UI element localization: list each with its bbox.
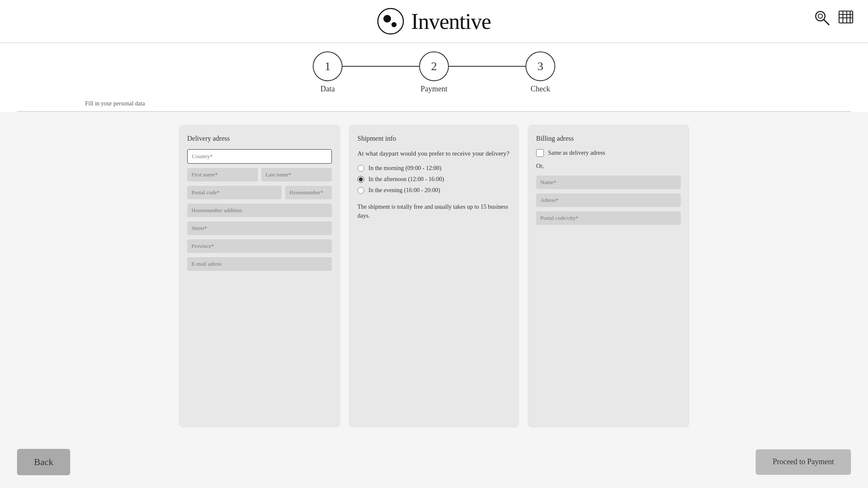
steps-container: 1 Data 2 Payment 3 Check	[0, 51, 868, 98]
steps-section: 1 Data 2 Payment 3 Check Fill in your pe…	[0, 43, 868, 112]
province-input[interactable]	[187, 239, 332, 253]
svg-point-1	[383, 15, 391, 23]
shipment-card: Shipment info At what daypart would you …	[349, 125, 519, 428]
billing-postalcity-input[interactable]	[536, 211, 681, 225]
step-subtitle: Fill in your personal data	[85, 98, 868, 111]
steps-divider	[17, 111, 851, 112]
step-3: 3 Check	[525, 51, 555, 94]
shipment-card-title: Shipment info	[357, 135, 511, 142]
radio-afternoon-label: In the afternoon (12:00 - 16:00)	[368, 176, 444, 183]
same-as-delivery-row: Same as delivery adress	[536, 149, 681, 157]
step-1-label: Data	[320, 85, 335, 94]
same-as-delivery-checkbox[interactable]	[536, 149, 544, 157]
shipment-note: The shipment is totally free and usually…	[357, 202, 511, 220]
radio-morning[interactable]: In the morning (09:00 - 12:00)	[357, 165, 511, 172]
radio-morning-label: In the morning (09:00 - 12:00)	[368, 165, 441, 172]
step-2-circle: 2	[419, 51, 449, 81]
radio-afternoon[interactable]: In the afternoon (12:00 - 16:00)	[357, 176, 511, 183]
or-text: Or,	[536, 163, 681, 170]
billing-name-input[interactable]	[536, 176, 681, 189]
radio-evening-input[interactable]	[357, 187, 364, 194]
country-input[interactable]	[187, 149, 332, 164]
delivery-card: Delivery adress	[179, 125, 340, 428]
postal-row	[187, 186, 332, 204]
shipment-question: At what daypart would you prefer to rece…	[357, 149, 511, 158]
step-1-circle: 1	[313, 51, 343, 81]
svg-point-5	[818, 14, 822, 18]
step-connector-2	[449, 66, 525, 67]
search-icon[interactable]	[813, 9, 831, 27]
svg-point-0	[378, 9, 403, 34]
street-input[interactable]	[187, 221, 332, 235]
logo-container: Inventive	[377, 8, 491, 35]
email-input[interactable]	[187, 257, 332, 271]
billing-card-title: Billing adress	[536, 135, 681, 142]
delivery-card-title: Delivery adress	[187, 135, 332, 142]
main-content: Delivery adress Shipment info At what da…	[0, 112, 868, 440]
logo-icon	[377, 8, 404, 35]
step-1: 1 Data	[313, 51, 343, 94]
housenumber-input[interactable]	[285, 186, 332, 199]
step-3-label: Check	[531, 85, 550, 94]
step-connector-1	[343, 66, 419, 67]
header: Inventive	[0, 0, 868, 43]
housenumber-addition-input[interactable]	[187, 204, 332, 217]
postalcode-input[interactable]	[187, 186, 282, 199]
svg-line-4	[824, 20, 829, 25]
svg-point-2	[391, 22, 397, 27]
same-as-delivery-label: Same as delivery adress	[548, 150, 605, 156]
proceed-button[interactable]: Proceed to Payment	[756, 449, 851, 474]
cart-icon[interactable]	[837, 9, 855, 27]
back-button[interactable]: Back	[17, 449, 70, 475]
step-3-circle: 3	[525, 51, 555, 81]
radio-evening-label: In the evening (16:00 - 20:00)	[368, 187, 440, 194]
step-2: 2 Payment	[419, 51, 449, 94]
billing-adress-input[interactable]	[536, 193, 681, 207]
top-right-icons	[813, 9, 855, 27]
name-row	[187, 168, 332, 186]
radio-afternoon-input[interactable]	[357, 176, 364, 183]
svg-rect-6	[839, 11, 853, 23]
lastname-input[interactable]	[261, 168, 332, 182]
bottom-bar: Back Proceed to Payment	[0, 440, 868, 488]
billing-card: Billing adress Same as delivery adress O…	[528, 125, 689, 428]
radio-morning-input[interactable]	[357, 165, 364, 172]
step-2-label: Payment	[421, 85, 448, 94]
firstname-input[interactable]	[187, 168, 258, 182]
logo-text: Inventive	[411, 9, 491, 34]
radio-evening[interactable]: In the evening (16:00 - 20:00)	[357, 187, 511, 194]
